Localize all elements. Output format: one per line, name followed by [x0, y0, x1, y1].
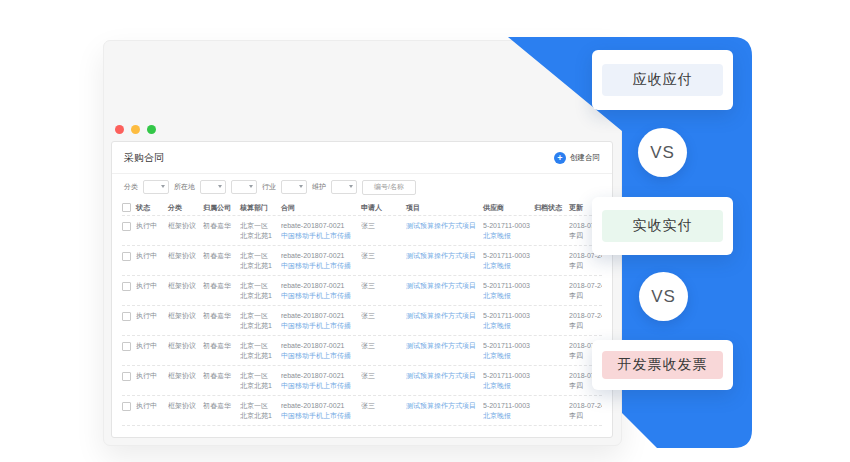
location-sub-dropdown[interactable] [231, 180, 257, 194]
supplier-name-link[interactable]: 北京晚报 [483, 321, 534, 331]
filter-category-label: 分类 [124, 182, 138, 192]
close-window-button[interactable] [115, 125, 124, 134]
supplier-name-link[interactable]: 北京晚报 [483, 411, 534, 421]
applicant-cell: 张三 [361, 276, 406, 305]
company-cell: 初春嘉华 [203, 396, 240, 425]
row-checkbox-cell [122, 336, 136, 365]
archive-status-cell [534, 216, 569, 245]
contract-number: rebate-201807-0021 [281, 251, 361, 261]
department-line2: 北京北苑1 [240, 381, 281, 391]
contract-number: rebate-201807-0021 [281, 281, 361, 291]
table-body: 执行中框架协议初春嘉华北京一区北京北苑1rebate-201807-0021中国… [122, 216, 602, 426]
contract-cell: rebate-201807-0021中国移动手机上市传播 [281, 366, 361, 395]
supplier-number: 5-201711-0003 [483, 221, 534, 231]
project-link[interactable]: 测试预算操作方式项目 [406, 336, 483, 365]
zoom-window-button[interactable] [147, 125, 156, 134]
row-checkbox[interactable] [122, 282, 131, 291]
select-all-checkbox[interactable] [122, 203, 131, 212]
contract-number: rebate-201807-0021 [281, 371, 361, 381]
project-link[interactable]: 测试预算操作方式项目 [406, 366, 483, 395]
row-checkbox-cell [122, 396, 136, 425]
contract-name-link[interactable]: 中国移动手机上市传播 [281, 351, 361, 361]
supplier-cell: 5-201711-0003北京晚报 [483, 396, 534, 425]
category-cell: 框架协议 [168, 276, 203, 305]
supplier-name-link[interactable]: 北京晚报 [483, 261, 534, 271]
department-line1: 北京一区 [240, 251, 281, 261]
panel-header: 采购合同 + 创建合同 [112, 142, 612, 174]
updated-by: 李四 [569, 321, 602, 331]
category-cell: 框架协议 [168, 246, 203, 275]
department-line1: 北京一区 [240, 311, 281, 321]
column-header: 归属公司 [203, 203, 240, 213]
row-checkbox[interactable] [122, 312, 131, 321]
category-cell: 框架协议 [168, 306, 203, 335]
status-cell: 执行中 [136, 276, 168, 305]
contract-list-panel: 采购合同 + 创建合同 分类 所在地 行业 维护 编号/名称 [111, 141, 613, 438]
company-cell: 初春嘉华 [203, 366, 240, 395]
table-row[interactable]: 执行中框架协议初春嘉华北京一区北京北苑1rebate-201807-0021中国… [122, 306, 602, 336]
row-checkbox[interactable] [122, 372, 131, 381]
company-cell: 初春嘉华 [203, 336, 240, 365]
supplier-cell: 5-201711-0003北京晚报 [483, 306, 534, 335]
supplier-name-link[interactable]: 北京晚报 [483, 291, 534, 301]
table-row[interactable]: 执行中框架协议初春嘉华北京一区北京北苑1rebate-201807-0021中国… [122, 396, 602, 426]
category-cell: 框架协议 [168, 336, 203, 365]
table-row[interactable]: 执行中框架协议初春嘉华北京一区北京北苑1rebate-201807-0021中国… [122, 216, 602, 246]
row-checkbox-cell [122, 216, 136, 245]
maintain-dropdown[interactable] [331, 180, 357, 194]
table-row[interactable]: 执行中框架协议初春嘉华北京一区北京北苑1rebate-201807-0021中国… [122, 336, 602, 366]
supplier-number: 5-201711-0003 [483, 401, 534, 411]
contract-name-link[interactable]: 中国移动手机上市传播 [281, 411, 361, 421]
status-cell: 执行中 [136, 336, 168, 365]
applicant-cell: 张三 [361, 306, 406, 335]
filter-bar: 分类 所在地 行业 维护 编号/名称 [112, 174, 612, 200]
archive-status-cell [534, 246, 569, 275]
table-row[interactable]: 执行中框架协议初春嘉华北京一区北京北苑1rebate-201807-0021中国… [122, 366, 602, 396]
industry-dropdown[interactable] [281, 180, 307, 194]
applicant-cell: 张三 [361, 366, 406, 395]
app-window: 采购合同 + 创建合同 分类 所在地 行业 维护 编号/名称 [103, 40, 622, 446]
supplier-name-link[interactable]: 北京晚报 [483, 381, 534, 391]
create-contract-button[interactable]: + 创建合同 [554, 152, 600, 164]
updated-date: 2018-07-24 [569, 281, 602, 291]
project-link[interactable]: 测试预算操作方式项目 [406, 396, 483, 425]
row-checkbox[interactable] [122, 402, 131, 411]
contract-name-link[interactable]: 中国移动手机上市传播 [281, 261, 361, 271]
filter-maintain-label: 维护 [312, 182, 326, 192]
project-link[interactable]: 测试预算操作方式项目 [406, 246, 483, 275]
table-row[interactable]: 执行中框架协议初春嘉华北京一区北京北苑1rebate-201807-0021中国… [122, 246, 602, 276]
page: 采购合同 + 创建合同 分类 所在地 行业 维护 编号/名称 [0, 0, 850, 462]
supplier-name-link[interactable]: 北京晚报 [483, 351, 534, 361]
row-checkbox[interactable] [122, 342, 131, 351]
status-cell: 执行中 [136, 396, 168, 425]
table-row[interactable]: 执行中框架协议初春嘉华北京一区北京北苑1rebate-201807-0021中国… [122, 276, 602, 306]
department-line2: 北京北苑1 [240, 351, 281, 361]
archive-status-cell [534, 396, 569, 425]
applicant-cell: 张三 [361, 336, 406, 365]
project-link[interactable]: 测试预算操作方式项目 [406, 306, 483, 335]
supplier-cell: 5-201711-0003北京晚报 [483, 246, 534, 275]
contract-name-link[interactable]: 中国移动手机上市传播 [281, 381, 361, 391]
project-link[interactable]: 测试预算操作方式项目 [406, 276, 483, 305]
archive-status-cell [534, 336, 569, 365]
row-checkbox[interactable] [122, 222, 131, 231]
search-input[interactable]: 编号/名称 [362, 180, 416, 195]
contract-name-link[interactable]: 中国移动手机上市传播 [281, 321, 361, 331]
contract-name-link[interactable]: 中国移动手机上市传播 [281, 231, 361, 241]
applicant-cell: 张三 [361, 396, 406, 425]
supplier-cell: 5-201711-0003北京晚报 [483, 336, 534, 365]
column-header: 项目 [406, 203, 483, 213]
updated-date: 2018-07-24 [569, 401, 602, 411]
vs-badge-1: VS [638, 128, 687, 177]
supplier-name-link[interactable]: 北京晚报 [483, 231, 534, 241]
location-dropdown[interactable] [200, 180, 226, 194]
contract-name-link[interactable]: 中国移动手机上市传播 [281, 291, 361, 301]
category-dropdown[interactable] [143, 180, 169, 194]
minimize-window-button[interactable] [131, 125, 140, 134]
company-cell: 初春嘉华 [203, 276, 240, 305]
row-checkbox-cell [122, 366, 136, 395]
project-link[interactable]: 测试预算操作方式项目 [406, 216, 483, 245]
vs-badge-2: VS [639, 272, 688, 321]
row-checkbox[interactable] [122, 252, 131, 261]
company-cell: 初春嘉华 [203, 306, 240, 335]
